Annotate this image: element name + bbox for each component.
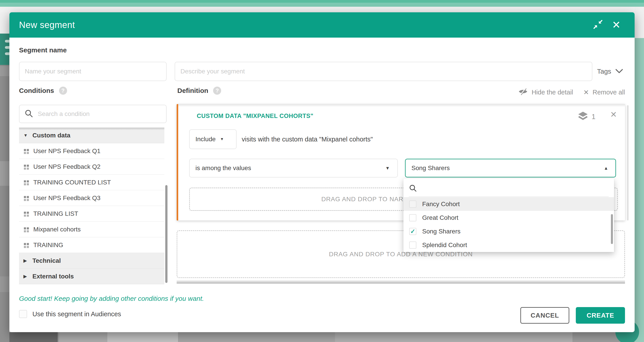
operator-dropdown[interactable]: is among the values ▼: [189, 159, 398, 177]
condition-search-input[interactable]: [38, 110, 158, 118]
remove-all-button[interactable]: ✕ Remove all: [584, 88, 625, 96]
caret-down-icon: ▼: [220, 137, 224, 141]
checkbox-unchecked[interactable]: [409, 214, 416, 221]
hide-detail-button[interactable]: Hide the detail: [518, 88, 573, 97]
drag-handle-icon[interactable]: [24, 195, 29, 201]
conditions-label: Conditions: [19, 87, 54, 95]
eye-slash-icon: [518, 88, 528, 97]
remove-all-label: Remove all: [592, 89, 625, 96]
values-select[interactable]: Song Sharers ▲: [405, 159, 616, 177]
drop-hint: DRAG AND DROP TO NAR: [321, 196, 404, 203]
drag-handle-icon[interactable]: [24, 242, 29, 248]
caret-down-icon: ▼: [385, 166, 390, 171]
collapse-icon: [593, 19, 603, 31]
chevron-down-icon: [616, 69, 623, 74]
search-icon: [409, 184, 417, 193]
background-sidebar-row: [0, 276, 10, 292]
condition-list-scrollbar[interactable]: [165, 185, 168, 283]
list-top-shadow: [19, 128, 164, 130]
drag-handle-icon[interactable]: [24, 211, 29, 217]
background-page-bottom: [10, 332, 634, 342]
modal-title: New segment: [19, 12, 75, 38]
new-segment-modal: New segment ✕ Segment name Tags Co: [10, 12, 634, 332]
value-option[interactable]: Great Cohort: [404, 211, 614, 224]
background-header-strip: [0, 7, 644, 12]
background-left-header: [0, 12, 10, 34]
background-right-rail: [634, 38, 644, 342]
value-option[interactable]: ✓ Song Sharers: [404, 224, 614, 238]
remove-condition-button[interactable]: ✕: [610, 110, 617, 119]
values-dropdown-panel: Fancy Cohort Great Cohort ✓ Song Sharers…: [404, 178, 614, 252]
modal-header: New segment ✕: [10, 12, 634, 38]
condition-item[interactable]: TRAINING LIST: [19, 206, 164, 222]
drag-handle-icon[interactable]: [24, 164, 29, 170]
condition-item[interactable]: TRAINING: [19, 237, 164, 253]
cancel-button[interactable]: CANCEL: [520, 307, 569, 324]
triangle-right-icon: ▶: [24, 274, 28, 279]
definition-horizontal-scrollbar[interactable]: [177, 280, 625, 284]
values-option-list: Fancy Cohort Great Cohort ✓ Song Sharers…: [404, 197, 614, 252]
drag-handle-icon[interactable]: [24, 226, 29, 232]
encouragement-text: Good start! Keep going by adding other c…: [19, 295, 204, 302]
card-top-shadow: [178, 104, 625, 107]
triangle-right-icon: ▶: [24, 258, 28, 263]
drag-handle-icon[interactable]: [24, 148, 29, 154]
background-right-header: [634, 7, 644, 38]
background-sidebar: [0, 65, 10, 342]
search-icon: [24, 109, 33, 119]
value-option[interactable]: Splendid Cohort: [404, 238, 614, 252]
divider: [409, 196, 609, 197]
condition-statement: visits with the custom data "Mixpanel co…: [242, 129, 373, 149]
create-button[interactable]: CREATE: [576, 307, 625, 324]
checkbox-checked[interactable]: ✓: [409, 228, 416, 235]
tags-label: Tags: [597, 68, 611, 75]
conditions-help-icon[interactable]: ?: [59, 87, 67, 95]
background-block: [10, 332, 58, 342]
value-option[interactable]: Fancy Cohort: [404, 197, 614, 211]
values-search-input[interactable]: [421, 185, 600, 192]
close-icon: ✕: [610, 110, 617, 119]
background-top-bar-accent: [0, 0, 644, 3]
background-sidebar-row: [0, 66, 10, 76]
condition-group-external-tools[interactable]: ▶ External tools: [19, 269, 164, 284]
values-scrollbar[interactable]: [611, 214, 613, 244]
include-dropdown[interactable]: Include ▼: [189, 129, 236, 149]
condition-card-title: CUSTOM DATA "MIXPANEL COHORTS": [197, 113, 314, 120]
checkbox-unchecked[interactable]: [409, 201, 416, 208]
condition-item[interactable]: Mixpanel cohorts: [19, 222, 164, 237]
condition-item[interactable]: User NPS Feedback Q1: [19, 143, 164, 159]
audiences-checkbox-label: Use this segment in Audiences: [32, 310, 121, 318]
layer-count-badge: 1: [578, 111, 596, 122]
condition-list: ▼ Custom data User NPS Feedback Q1 User …: [19, 128, 164, 284]
checkbox-unchecked[interactable]: [409, 241, 416, 249]
layer-count: 1: [592, 113, 596, 121]
tags-dropdown[interactable]: Tags: [597, 62, 623, 81]
close-button[interactable]: ✕: [610, 19, 622, 31]
condition-item[interactable]: User NPS Feedback Q3: [19, 190, 164, 206]
condition-search: [19, 105, 166, 123]
close-icon: ✕: [612, 19, 621, 31]
close-icon: ✕: [584, 88, 589, 96]
definition-vertical-scrollbar[interactable]: [627, 105, 628, 220]
caret-up-icon: ▲: [604, 166, 608, 171]
checkbox-unchecked[interactable]: [19, 310, 27, 318]
hide-detail-label: Hide the detail: [532, 89, 573, 96]
condition-item[interactable]: User NPS Feedback Q2: [19, 159, 164, 175]
definition-label: Definition: [177, 87, 208, 95]
condition-item[interactable]: TRAINING COUNTED LIST: [19, 175, 164, 190]
background-block: [335, 332, 572, 342]
condition-group-technical[interactable]: ▶ Technical: [19, 253, 164, 269]
collapse-button[interactable]: [592, 19, 604, 31]
segment-description-input[interactable]: [175, 62, 592, 81]
values-search: [409, 182, 609, 196]
background-sidebar-row: [0, 161, 10, 186]
audiences-checkbox-row[interactable]: Use this segment in Audiences: [19, 310, 121, 318]
segment-name-input[interactable]: [19, 62, 166, 81]
background-block: [178, 332, 335, 342]
layers-icon: [578, 111, 588, 122]
segment-name-label: Segment name: [19, 46, 67, 54]
triangle-down-icon: ▼: [24, 133, 28, 138]
drag-handle-icon[interactable]: [24, 179, 29, 185]
definition-help-icon[interactable]: ?: [213, 87, 221, 95]
